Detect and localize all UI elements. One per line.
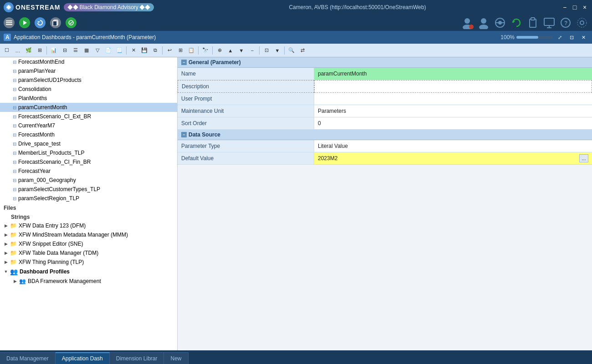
tree-item-bda-framework[interactable]: ▶ 👥 BDA Framework Management: [0, 277, 177, 286]
close-button[interactable]: ×: [581, 4, 588, 11]
toolbar-checkbox[interactable]: ☐: [2, 46, 12, 56]
tree-item-dashboard-profiles[interactable]: ▼ 👥 Dashboard Profiles: [0, 267, 177, 277]
minimize-button[interactable]: −: [561, 4, 568, 11]
name-value[interactable]: paramCurrentMonth: [314, 68, 592, 80]
toolbar-dropdown[interactable]: ▼: [272, 46, 282, 56]
filter-icon: ⊟: [13, 96, 16, 101]
toolbar-expand[interactable]: ⊞: [35, 46, 45, 56]
tree-item-forecastscenario-ci-fin-br[interactable]: ⊟ ForecastScenario_CI_Fin_BR: [0, 157, 177, 167]
toolbar-search[interactable]: 🔍: [286, 46, 296, 56]
description-label: Description: [178, 80, 314, 93]
expand-arrow-icon[interactable]: ▶: [13, 279, 17, 283]
sync-icon[interactable]: [510, 16, 523, 29]
tree-item-memberlist-products-tlp[interactable]: ⊟ MemberList_Products_TLP: [0, 148, 177, 157]
expand-arrow-icon[interactable]: ▶: [4, 260, 8, 264]
zoom-fill-button[interactable]: ⊡: [566, 32, 577, 42]
expand-arrow-icon[interactable]: ▶: [4, 223, 8, 228]
brand-badge[interactable]: Black Diamond Advisory: [64, 3, 153, 11]
toolbar-undo[interactable]: ↩: [164, 46, 174, 56]
settings-icon[interactable]: [576, 16, 588, 29]
sort-order-value[interactable]: 0: [314, 117, 592, 130]
tree-item-paramselectregion-tlp[interactable]: ⊟ paramSelectRegion_TLP: [0, 194, 177, 203]
toolbar-nav[interactable]: ⊡: [261, 46, 271, 56]
zoom-fit-button[interactable]: ⤢: [555, 32, 565, 42]
tree-item-paramselectcustomertypes-tlp[interactable]: ⊟ paramSelectCustomerTypes_TLP: [0, 185, 177, 194]
toolbar-copy2[interactable]: ⧉: [150, 46, 160, 56]
toolbar-grid[interactable]: ⊟: [60, 46, 70, 56]
copy-icon[interactable]: [50, 17, 61, 28]
start-icon[interactable]: [19, 17, 30, 28]
collapse-datasource-button[interactable]: −: [181, 132, 187, 137]
tree-item-forecastyear[interactable]: ⊟ ForecastYear: [0, 167, 177, 176]
tab-dimension-library[interactable]: Dimension Librar: [110, 352, 164, 364]
tree-item-forecastscenario-ci-ext-br[interactable]: ⊟ ForecastScenario_CI_Ext_BR: [0, 112, 177, 121]
description-input[interactable]: [318, 83, 588, 90]
tree-item-param-000-geography[interactable]: ⊟ param_000_Geography: [0, 176, 177, 185]
toolbar-doc[interactable]: 📄: [103, 46, 113, 56]
zoom-slider[interactable]: [516, 36, 553, 39]
filter-icon: ⊟: [13, 105, 16, 110]
toolbar-save[interactable]: 💾: [139, 46, 149, 56]
toolbar-ellipsis[interactable]: …: [13, 46, 23, 56]
tree-item-xfw-thing[interactable]: ▶ 📁 XFW Thing Planning (TLP): [0, 258, 177, 267]
toolbar-filter[interactable]: ▽: [92, 46, 102, 56]
tree-item-planmonths[interactable]: ⊟ PlanMonths: [0, 94, 177, 103]
description-value[interactable]: [314, 80, 592, 93]
tree-item-forecastmonth[interactable]: ⊟ ForecastMonth: [0, 130, 177, 139]
toolbar-delete[interactable]: ✕: [128, 46, 138, 56]
menu-icon[interactable]: [4, 17, 15, 28]
refresh-icon[interactable]: [35, 17, 46, 28]
toolbar-minus[interactable]: −: [247, 46, 257, 56]
tree-item-xfw-snippet[interactable]: ▶ 📁 XFW Snippet Editor (SNE): [0, 239, 177, 248]
default-value-browse-button[interactable]: …: [579, 154, 588, 162]
toolbar-add[interactable]: ⊕: [214, 46, 225, 56]
expand-arrow-icon[interactable]: ▶: [4, 251, 8, 255]
default-value-field[interactable]: 2023M2 …: [314, 152, 592, 165]
separator-1: [46, 46, 47, 55]
tree-item-paramplanyear[interactable]: ⊟ paramPlanYear: [0, 66, 177, 76]
maximize-button[interactable]: □: [571, 4, 578, 11]
toolbar-tree[interactable]: 🌿: [24, 46, 34, 56]
tree-item-paramcurrentmonth[interactable]: ⊟ paramCurrentMonth: [0, 103, 177, 112]
tree-item-paramselectud1products[interactable]: ⊟ paramSelectUD1Products: [0, 76, 177, 85]
user-prompt-input[interactable]: [318, 96, 588, 102]
tree-item-forecastmonthend[interactable]: ⊟ ForecastMonthEnd: [0, 57, 177, 66]
expand-arrow-icon[interactable]: ▶: [4, 242, 8, 246]
tree-item-currentyearm7[interactable]: ⊟ CurrentYearM7: [0, 121, 177, 130]
toolbar-up[interactable]: ▲: [225, 46, 235, 56]
tab-new[interactable]: New: [164, 352, 188, 364]
toolbar-doc2[interactable]: 📃: [114, 46, 124, 56]
expand-arrow-icon[interactable]: ▶: [4, 233, 8, 237]
tab-application-dash[interactable]: Application Dash: [56, 352, 110, 364]
toolbar-paste[interactable]: 📋: [186, 46, 196, 56]
close-panel-button[interactable]: ✕: [578, 32, 588, 42]
expand-arrow-icon[interactable]: ▼: [4, 269, 8, 274]
toolbar-list[interactable]: ☰: [71, 46, 81, 56]
user-icon[interactable]: [461, 16, 474, 29]
tab-data-management[interactable]: Data Managemer: [0, 352, 56, 364]
tree-item-xfw-table[interactable]: ▶ 📁 XFW Table Data Manager (TDM): [0, 248, 177, 258]
toolbar-table[interactable]: ▦: [82, 46, 92, 56]
tree-item-drive-space-test[interactable]: ⊟ Drive_space_test: [0, 139, 177, 148]
clipboard-icon[interactable]: [526, 16, 539, 29]
tree-item-consolidation[interactable]: ⊟ Consolidation: [0, 85, 177, 94]
collapse-general-button[interactable]: −: [181, 60, 187, 65]
monitor-icon[interactable]: [543, 16, 556, 29]
user2-icon[interactable]: [477, 16, 490, 29]
toolbar-down[interactable]: ▼: [236, 46, 246, 56]
tree-label: paramCurrentMonth: [18, 104, 67, 111]
help-icon[interactable]: ?: [559, 16, 572, 29]
tree-item-xfw-mindstream[interactable]: ▶ 📁 XFW MindStream Metadata Manager (MMM…: [0, 230, 177, 239]
general-section-header[interactable]: − General (Parameter): [178, 57, 592, 68]
tree-label: ForecastMonth: [18, 131, 55, 138]
toolbar-binoculars[interactable]: 🔭: [200, 46, 210, 56]
toolbar-transfer[interactable]: ⇄: [297, 46, 307, 56]
tree-item-xfw-data-entry[interactable]: ▶ 📁 XFW Data Entry 123 (DFM): [0, 221, 177, 230]
status-icon[interactable]: [66, 17, 77, 28]
network-icon[interactable]: [494, 16, 506, 29]
default-value-text: 2023M2: [318, 155, 337, 162]
data-source-section-header[interactable]: − Data Source: [178, 130, 592, 140]
toolbar-save2[interactable]: ⊞: [175, 46, 185, 56]
user-prompt-value[interactable]: [314, 93, 592, 105]
toolbar-chart[interactable]: 📊: [49, 46, 59, 56]
